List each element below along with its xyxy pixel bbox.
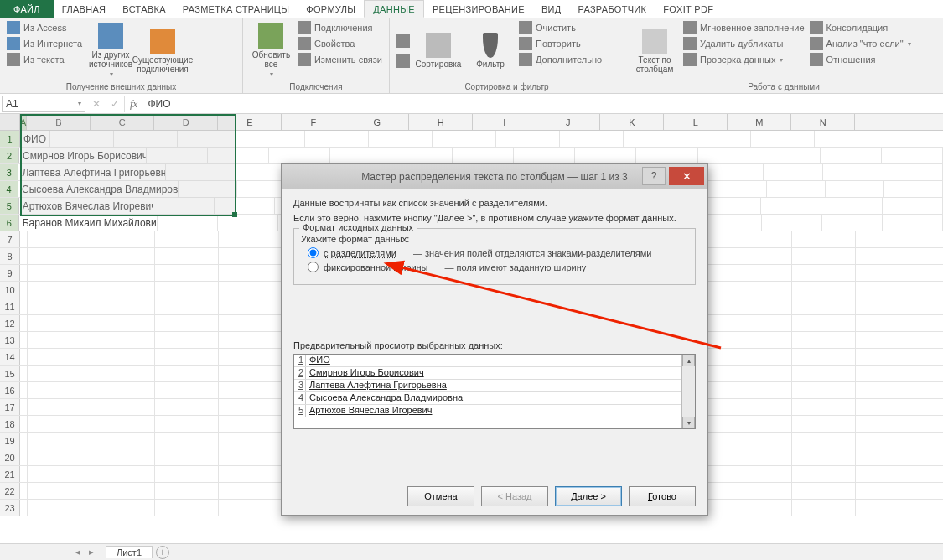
cell[interactable]: [166, 164, 225, 180]
filter-button[interactable]: Фильтр: [467, 21, 514, 80]
column-header-N[interactable]: N: [791, 114, 855, 130]
cell[interactable]: [28, 231, 91, 247]
cell[interactable]: [792, 416, 856, 432]
cell[interactable]: [155, 282, 219, 298]
cell[interactable]: [219, 416, 282, 432]
column-header-M[interactable]: M: [728, 114, 791, 130]
formula-input[interactable]: ФИО: [142, 98, 943, 110]
cell[interactable]: [219, 399, 282, 415]
cell[interactable]: [179, 181, 237, 197]
cell[interactable]: [624, 131, 687, 147]
what-if-button[interactable]: Анализ "что если"▾: [810, 37, 911, 50]
sort-asc-button[interactable]: [396, 34, 410, 48]
cell[interactable]: ФИО: [20, 131, 50, 147]
cell[interactable]: [50, 131, 114, 147]
row-header[interactable]: 2: [0, 148, 19, 163]
radio-delimited[interactable]: [308, 247, 319, 258]
cell[interactable]: [759, 148, 821, 163]
column-header-F[interactable]: F: [282, 114, 345, 130]
cell[interactable]: [792, 248, 856, 264]
cell[interactable]: [155, 483, 219, 499]
tab-page-layout[interactable]: РАЗМЕТКА СТРАНИЦЫ: [174, 0, 298, 18]
select-all-corner[interactable]: [0, 114, 20, 130]
cell[interactable]: [821, 198, 882, 214]
row-header[interactable]: 21: [0, 466, 20, 482]
cell[interactable]: [219, 382, 282, 398]
cell[interactable]: [20, 332, 28, 348]
cell[interactable]: [453, 148, 514, 163]
cell[interactable]: [91, 483, 155, 499]
cell[interactable]: [178, 131, 241, 147]
column-header-C[interactable]: C: [91, 114, 154, 130]
row-header[interactable]: 6: [0, 215, 19, 231]
tab-foxit[interactable]: Foxit PDF: [655, 0, 722, 18]
cell[interactable]: [767, 181, 826, 197]
cell[interactable]: [28, 399, 91, 415]
cell[interactable]: [20, 366, 28, 381]
cell[interactable]: [155, 265, 219, 281]
cell[interactable]: [225, 164, 285, 180]
cell[interactable]: [91, 248, 155, 264]
cell[interactable]: [728, 433, 792, 449]
cell[interactable]: [219, 349, 282, 365]
cell[interactable]: [792, 366, 856, 381]
cell[interactable]: [792, 433, 856, 449]
cell[interactable]: [728, 466, 792, 482]
row-header[interactable]: 1: [0, 131, 20, 147]
cell[interactable]: [728, 483, 792, 499]
cell[interactable]: [28, 332, 91, 348]
tab-home[interactable]: ГЛАВНАЯ: [54, 0, 115, 18]
preview-scrollbar[interactable]: ▴ ▾: [681, 355, 695, 428]
cell[interactable]: Артюхов Вячеслав Игоревич: [19, 198, 153, 214]
column-header-A[interactable]: A: [20, 114, 27, 130]
row-header[interactable]: 14: [0, 349, 20, 365]
cell[interactable]: [20, 265, 28, 281]
cell[interactable]: [728, 315, 792, 331]
cell[interactable]: [28, 466, 91, 482]
row-header[interactable]: 10: [0, 282, 20, 298]
cell[interactable]: [155, 466, 219, 482]
cell[interactable]: [28, 248, 91, 264]
cell[interactable]: [708, 181, 767, 197]
cell[interactable]: [215, 198, 275, 214]
cell[interactable]: [28, 349, 91, 365]
cell[interactable]: [20, 349, 28, 365]
sheet-nav-prev[interactable]: ◂: [75, 547, 80, 557]
remove-duplicates-button[interactable]: Удалить дубликаты: [683, 37, 805, 50]
radio-delimited-label[interactable]: с разделителями: [324, 248, 396, 258]
cell[interactable]: [28, 382, 91, 398]
cell[interactable]: [219, 366, 282, 381]
cell[interactable]: [883, 198, 943, 214]
cell[interactable]: [219, 500, 282, 516]
cell[interactable]: [91, 382, 155, 398]
cell[interactable]: [792, 483, 856, 499]
row-header[interactable]: 20: [0, 449, 20, 465]
cell[interactable]: [20, 315, 28, 331]
cell[interactable]: [700, 198, 760, 214]
refresh-all-button[interactable]: Обновить все▾: [250, 21, 293, 80]
chevron-down-icon[interactable]: ▾: [78, 100, 81, 107]
cell[interactable]: [792, 315, 856, 331]
cell[interactable]: [20, 248, 28, 264]
next-button[interactable]: Далее >: [555, 486, 622, 506]
cell[interactable]: [219, 449, 282, 465]
cell[interactable]: [155, 315, 219, 331]
cell[interactable]: [792, 332, 856, 348]
column-header-B[interactable]: B: [27, 114, 91, 130]
cell[interactable]: [433, 131, 496, 147]
cell[interactable]: [883, 215, 943, 231]
dialog-close-button[interactable]: ✕: [669, 167, 704, 185]
cell[interactable]: [91, 399, 155, 415]
cell[interactable]: [91, 500, 155, 516]
cell[interactable]: Баранов Михаил Михайлович: [19, 215, 158, 231]
cell[interactable]: [269, 148, 330, 163]
cell[interactable]: [155, 349, 219, 365]
cell[interactable]: [728, 500, 792, 516]
column-header-L[interactable]: L: [664, 114, 728, 130]
cell[interactable]: [28, 433, 91, 449]
cell[interactable]: [792, 500, 856, 516]
tab-view[interactable]: ВИД: [533, 0, 570, 18]
cell[interactable]: [241, 131, 305, 147]
cell[interactable]: [822, 215, 883, 231]
cell[interactable]: [91, 449, 155, 465]
